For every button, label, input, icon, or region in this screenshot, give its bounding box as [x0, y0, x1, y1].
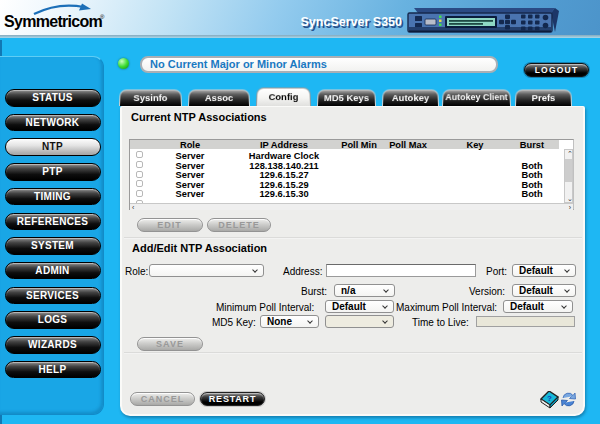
svg-text:®: ® — [100, 14, 105, 20]
svg-text:?: ? — [547, 394, 552, 403]
svg-text:Symmetricom: Symmetricom — [4, 13, 103, 30]
